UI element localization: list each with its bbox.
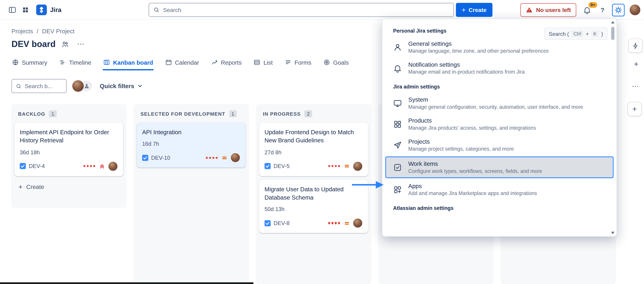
more-icon: ⋯	[77, 40, 84, 49]
card-estimate: 16d 7h	[142, 141, 240, 147]
create-button[interactable]: + Create	[456, 3, 492, 17]
board-search-input[interactable]	[24, 83, 58, 89]
column-name: BACKLOG	[18, 111, 45, 117]
tab-reports[interactable]: Reports	[210, 57, 242, 71]
k-key-badge: K	[591, 30, 599, 38]
jira-logo[interactable]: Jira	[36, 5, 62, 15]
automation-button[interactable]	[628, 39, 642, 53]
rocket-icon	[393, 140, 402, 150]
app-name: Jira	[50, 6, 61, 13]
kanban-icon	[103, 59, 110, 66]
assignee-filter-avatars[interactable]	[72, 80, 93, 92]
priority-highest-icon	[99, 163, 105, 169]
menu-scrollbar[interactable]	[610, 21, 615, 234]
column-count-badge: 1	[49, 110, 57, 117]
menu-item-apps[interactable]: Apps Add and manage Jira Marketplace app…	[382, 179, 616, 200]
section-jira-admin-settings: Jira admin settings	[382, 79, 616, 93]
tab-timeline[interactable]: Timeline	[59, 57, 92, 71]
estimate-dots	[206, 157, 218, 159]
breadcrumb-separator: /	[37, 28, 38, 35]
menu-item-work-items[interactable]: Work items Configure work types, workflo…	[385, 156, 614, 178]
board-search[interactable]	[12, 79, 66, 93]
bell-icon	[393, 64, 402, 73]
column-name: IN PROGRESS	[263, 111, 301, 117]
table-icon	[254, 59, 260, 66]
card-footer: DEV-8	[264, 218, 363, 228]
column-header: BACKLOG 1	[14, 107, 123, 122]
scrollbar-thumb[interactable]	[611, 27, 614, 40]
topbar-actions: No users left 9+ ?	[520, 0, 641, 20]
priority-medium-icon	[344, 220, 350, 226]
plus-icon: +	[462, 7, 466, 13]
more-icon: ⋯	[632, 82, 639, 90]
app-switcher-button[interactable]	[19, 3, 32, 16]
settings-search-button[interactable]: Search ( Ctrl + K )	[544, 28, 608, 40]
work-items-icon	[393, 163, 402, 172]
help-button[interactable]: ?	[598, 4, 608, 16]
notifications-button[interactable]: 9+	[581, 4, 593, 16]
jira-app: Jira + Create No users left 9+	[0, 0, 644, 284]
calendar-icon	[165, 59, 172, 66]
app-grid-icon	[22, 6, 29, 13]
target-icon	[323, 59, 330, 66]
card-title: API Integration	[142, 128, 240, 136]
menu-item-products[interactable]: Products Manage Jira products' access, s…	[382, 114, 616, 134]
ctrl-key-badge: Ctrl	[571, 30, 584, 38]
quick-filters-button[interactable]: Quick filters	[98, 80, 144, 92]
assignee-avatar[interactable]	[353, 161, 363, 171]
warning-triangle-icon	[526, 7, 532, 13]
board-members-button[interactable]	[59, 38, 71, 50]
global-search[interactable]	[148, 3, 454, 17]
tab-kanban-board[interactable]: Kanban board	[103, 57, 154, 71]
sidebar-toggle-button[interactable]	[6, 3, 19, 16]
assignee-avatar[interactable]	[108, 161, 118, 171]
assignee-avatar[interactable]	[72, 80, 84, 92]
lightning-icon	[632, 42, 639, 49]
add-column-button[interactable]: +	[631, 59, 642, 70]
chart-icon	[211, 59, 218, 66]
menu-item-projects[interactable]: Projects Manage project settings, catego…	[382, 134, 616, 156]
global-search-input[interactable]	[163, 7, 450, 13]
column-count-badge: 2	[304, 110, 312, 117]
no-users-left-button[interactable]: No users left	[520, 3, 576, 17]
board-filter-row: Quick filters	[12, 79, 144, 93]
task-type-icon	[264, 220, 271, 226]
card-key: DEV-8	[274, 220, 290, 226]
tab-forms[interactable]: Forms	[284, 57, 312, 71]
card-estimate: 27d 8h	[264, 149, 363, 156]
board-more-button[interactable]: ⋯	[74, 38, 87, 50]
person-icon	[393, 43, 402, 52]
menu-item-system[interactable]: System Manage general configuration, sec…	[382, 92, 616, 113]
card-footer: DEV-4	[20, 161, 118, 171]
page-title: DEV board	[12, 39, 56, 49]
task-type-icon	[20, 163, 26, 169]
tab-list[interactable]: List	[253, 57, 273, 71]
board-overflow-button[interactable]: ⋯	[629, 81, 642, 91]
plus-icon: +	[18, 183, 22, 190]
breadcrumb: Projects / DEV Project	[12, 28, 74, 35]
column-create-button[interactable]: + Create	[14, 180, 123, 194]
plus-icon: +	[634, 60, 638, 69]
search-icon	[153, 7, 160, 13]
settings-button[interactable]	[612, 4, 625, 16]
task-type-icon	[142, 155, 148, 161]
tab-calendar[interactable]: Calendar	[164, 57, 200, 71]
card-dev-4[interactable]: Implement API Endpoint for Order History…	[14, 122, 123, 176]
menu-item-notification-settings[interactable]: Notification settings Manage email and i…	[382, 58, 616, 79]
jira-logo-icon	[36, 5, 47, 15]
section-atlassian-admin-settings: Atlassian admin settings	[382, 200, 616, 214]
scroll-down-icon[interactable]	[611, 232, 614, 234]
assignee-avatar[interactable]	[230, 153, 240, 163]
card-dev-5[interactable]: Update Frontend Design to Match New Bran…	[259, 122, 368, 176]
assignee-avatar[interactable]	[353, 218, 363, 228]
breadcrumb-projects-link[interactable]: Projects	[12, 28, 33, 35]
user-avatar[interactable]	[629, 4, 641, 16]
timeline-icon	[59, 59, 66, 66]
scroll-up-icon[interactable]	[611, 21, 614, 24]
add-item-button[interactable]: +	[628, 102, 642, 116]
tab-goals[interactable]: Goals	[323, 57, 349, 71]
card-dev-10[interactable]: API Integration 16d 7h DEV-10	[137, 122, 246, 168]
tab-summary[interactable]: Summary	[12, 57, 48, 71]
breadcrumb-project-link[interactable]: DEV Project	[42, 28, 75, 35]
card-key: DEV-5	[274, 163, 290, 169]
